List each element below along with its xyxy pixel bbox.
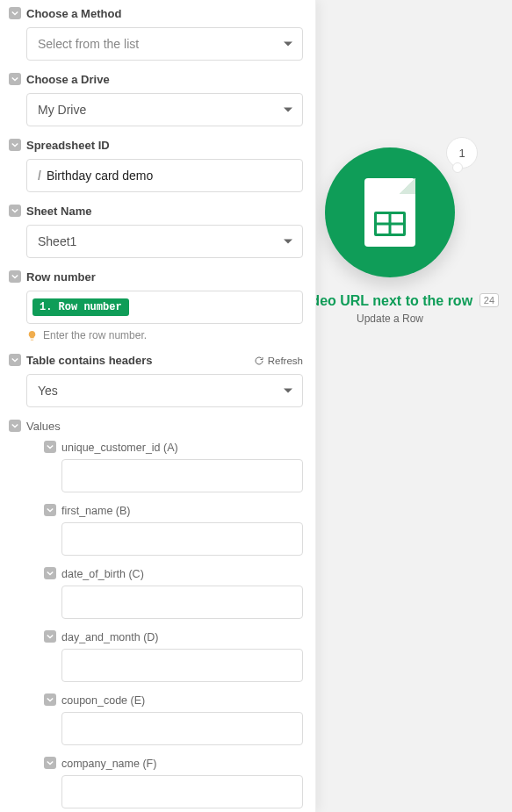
run-count: 1 bbox=[458, 147, 465, 160]
refresh-button[interactable]: Refresh bbox=[254, 356, 303, 366]
spreadsheet-value: Birthday card demo bbox=[47, 169, 153, 183]
value-field-input[interactable] bbox=[61, 586, 303, 619]
method-select[interactable]: Select from the list bbox=[26, 27, 303, 61]
collapse-toggle[interactable] bbox=[9, 354, 21, 366]
headers-select[interactable]: Yes bbox=[26, 374, 303, 407]
chevron-down-icon bbox=[284, 108, 292, 112]
spreadsheet-label: Spreadsheet ID bbox=[26, 139, 303, 152]
google-sheets-icon bbox=[364, 178, 415, 247]
chevron-down-icon bbox=[284, 389, 292, 393]
value-field: coupon_code (E) bbox=[44, 694, 303, 745]
collapse-toggle[interactable] bbox=[44, 757, 56, 769]
drive-select[interactable]: My Drive bbox=[26, 93, 303, 126]
drive-label: Choose a Drive bbox=[26, 73, 303, 86]
value-field-label: company_name (F) bbox=[61, 758, 303, 770]
field-headers: Table contains headers Refresh Yes bbox=[9, 354, 303, 407]
value-field-input[interactable] bbox=[61, 712, 303, 745]
field-row-number: Row number 1. Row number Enter the row n… bbox=[9, 270, 303, 341]
collapse-toggle[interactable] bbox=[9, 7, 21, 19]
value-field-input[interactable] bbox=[61, 775, 303, 808]
collapse-toggle[interactable] bbox=[44, 693, 56, 706]
spreadsheet-input[interactable]: / Birthday card demo bbox=[26, 159, 303, 192]
chevron-down-icon bbox=[284, 240, 292, 244]
collapse-toggle[interactable] bbox=[9, 139, 21, 151]
row-number-pill[interactable]: 1. Row number bbox=[32, 298, 129, 316]
chevron-down-icon bbox=[284, 42, 292, 47]
value-field-input[interactable] bbox=[61, 649, 303, 682]
config-panel[interactable]: Choose a Method Select from the list Cho… bbox=[0, 0, 316, 812]
headers-label: Table contains headers Refresh bbox=[26, 354, 303, 367]
collapse-toggle[interactable] bbox=[9, 205, 21, 217]
sheet-name-label: Sheet Name bbox=[26, 205, 303, 218]
value-field: unique_customer_id (A) bbox=[44, 442, 303, 492]
refresh-icon bbox=[254, 356, 264, 366]
file-icon: / bbox=[38, 169, 41, 183]
node-badge: 24 bbox=[480, 293, 499, 307]
headers-value: Yes bbox=[38, 384, 58, 398]
field-values: Values unique_customer_id (A)first_name … bbox=[9, 420, 303, 812]
values-container: unique_customer_id (A)first_name (B)date… bbox=[26, 442, 303, 812]
collapse-toggle[interactable] bbox=[9, 270, 21, 283]
sheet-name-select[interactable]: Sheet1 bbox=[26, 225, 303, 258]
value-field-input[interactable] bbox=[61, 522, 303, 556]
node-subtitle: Update a Row bbox=[357, 313, 423, 325]
sheets-node[interactable]: 1 ideo URL next to the row 24 Update a R… bbox=[311, 147, 469, 325]
run-count-bubble: 1 bbox=[446, 137, 478, 169]
value-field-label: date_of_birth (C) bbox=[61, 568, 303, 580]
collapse-toggle[interactable] bbox=[44, 441, 56, 453]
value-field: company_name (F) bbox=[44, 758, 303, 808]
value-field: day_and_month (D) bbox=[44, 631, 303, 682]
collapse-toggle[interactable] bbox=[44, 567, 56, 579]
value-field-label: coupon_code (E) bbox=[61, 694, 303, 707]
value-field-label: first_name (B) bbox=[61, 505, 303, 517]
value-field: date_of_birth (C) bbox=[44, 568, 303, 619]
value-field: first_name (B) bbox=[44, 505, 303, 556]
values-label: Values bbox=[26, 420, 303, 433]
collapse-toggle[interactable] bbox=[9, 420, 21, 432]
field-spreadsheet: Spreadsheet ID / Birthday card demo bbox=[9, 139, 303, 192]
collapse-toggle[interactable] bbox=[9, 73, 21, 85]
field-method: Choose a Method Select from the list bbox=[9, 7, 303, 61]
collapse-toggle[interactable] bbox=[44, 504, 56, 516]
method-placeholder: Select from the list bbox=[38, 37, 139, 51]
field-drive: Choose a Drive My Drive bbox=[9, 73, 303, 126]
value-field-input[interactable] bbox=[61, 459, 303, 492]
drive-value: My Drive bbox=[38, 103, 86, 117]
row-number-label: Row number bbox=[26, 270, 303, 284]
value-field-label: day_and_month (D) bbox=[61, 631, 303, 643]
sheet-name-value: Sheet1 bbox=[38, 234, 76, 248]
value-field-label: unique_customer_id (A) bbox=[61, 442, 303, 454]
field-sheet-name: Sheet Name Sheet1 bbox=[9, 205, 303, 258]
method-label: Choose a Method bbox=[26, 7, 303, 20]
node-title: ideo URL next to the row 24 bbox=[307, 293, 472, 309]
row-number-hint: Enter the row number. bbox=[26, 329, 303, 341]
collapse-toggle[interactable] bbox=[44, 630, 56, 643]
row-number-input[interactable]: 1. Row number bbox=[26, 291, 303, 324]
node-circle[interactable] bbox=[325, 147, 455, 277]
lightbulb-icon bbox=[26, 330, 38, 341]
